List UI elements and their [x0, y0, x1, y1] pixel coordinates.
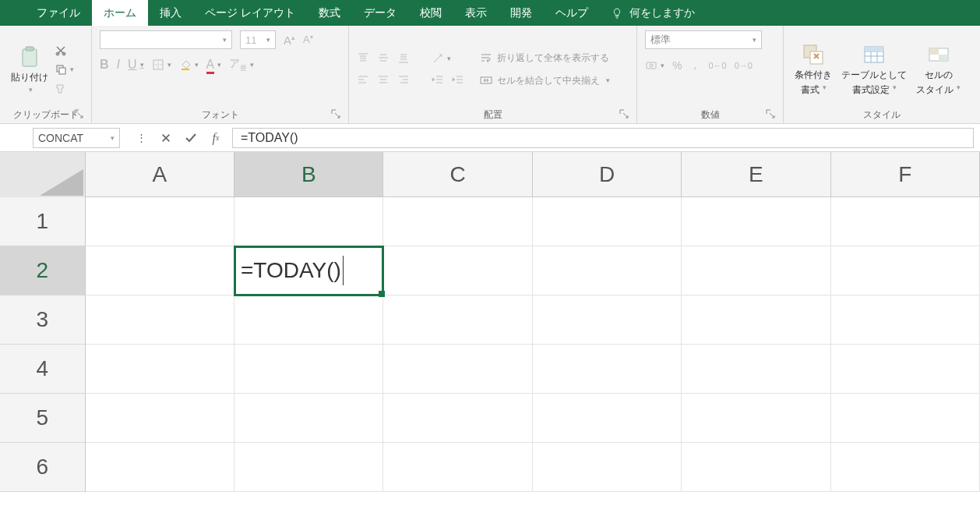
row-header-5[interactable]: 5 — [0, 394, 86, 443]
cell-A1[interactable] — [86, 197, 234, 246]
cell-C2[interactable] — [383, 246, 532, 295]
cell-A5[interactable] — [86, 394, 234, 443]
dialog-launcher-icon[interactable] — [74, 109, 83, 119]
merge-center-button[interactable]: セルを結合して中央揃え ▾ — [480, 74, 610, 87]
cell-F6[interactable] — [831, 443, 980, 492]
cell-A2[interactable] — [86, 246, 234, 295]
col-header-B[interactable]: B — [234, 152, 383, 196]
cell-A3[interactable] — [86, 295, 234, 345]
cell-D5[interactable] — [533, 394, 682, 443]
phonetic-button[interactable]: ア亜▾ — [229, 57, 254, 73]
cell-C5[interactable] — [383, 394, 532, 443]
cell-B2[interactable]: =TODAY() — [234, 246, 383, 295]
align-top-icon[interactable] — [357, 52, 369, 65]
cell-F3[interactable] — [831, 295, 980, 345]
accounting-button[interactable]: ▾ — [645, 59, 664, 72]
conditional-format-button[interactable]: 条件付き 書式▾ — [791, 34, 835, 104]
number-format-combobox[interactable]: 標準▾ — [645, 30, 762, 49]
cell-B5[interactable] — [234, 394, 383, 443]
underline-button[interactable]: U▾ — [128, 58, 144, 72]
tab-data[interactable]: データ — [352, 0, 408, 26]
cell-C6[interactable] — [383, 443, 532, 492]
cell-E6[interactable] — [682, 443, 830, 492]
cell-B6[interactable] — [234, 443, 383, 492]
insert-function-button[interactable]: fx — [209, 131, 223, 145]
bold-button[interactable]: B — [100, 58, 109, 72]
cell-D2[interactable] — [533, 246, 682, 295]
tab-dev[interactable]: 開発 — [499, 0, 544, 26]
cell-F4[interactable] — [831, 345, 980, 394]
col-header-C[interactable]: C — [383, 152, 532, 196]
row-header-2[interactable]: 2 — [0, 246, 86, 295]
cell-E4[interactable] — [682, 345, 830, 394]
cell-B3[interactable] — [234, 295, 383, 345]
increase-decimal-button[interactable]: 0←0 — [708, 61, 726, 70]
grow-font-button[interactable]: A▴ — [284, 34, 295, 47]
tab-help[interactable]: ヘルプ — [544, 0, 600, 26]
row-header-4[interactable]: 4 — [0, 345, 86, 394]
row-header-3[interactable]: 3 — [0, 295, 86, 345]
tell-me-search[interactable]: 何をしますか — [600, 0, 706, 26]
row-header-6[interactable]: 6 — [0, 443, 86, 492]
col-header-F[interactable]: F — [831, 152, 980, 196]
cell-F2[interactable] — [831, 246, 980, 295]
increase-indent-icon[interactable] — [452, 74, 464, 87]
align-bottom-icon[interactable] — [397, 52, 410, 65]
format-painter-icon[interactable] — [55, 82, 67, 94]
decrease-decimal-button[interactable]: 0→0 — [735, 61, 753, 70]
cell-E2[interactable] — [682, 246, 830, 295]
fill-color-button[interactable]: ▾ — [179, 58, 199, 71]
cell-F5[interactable] — [831, 394, 980, 443]
border-button[interactable]: ▾ — [152, 58, 171, 71]
wrap-text-button[interactable]: 折り返して全体を表示する — [480, 51, 610, 65]
tab-home[interactable]: ホーム — [92, 0, 148, 26]
tab-review[interactable]: 校閲 — [408, 0, 453, 26]
align-middle-icon[interactable] — [377, 52, 390, 65]
confirm-formula-button[interactable] — [184, 131, 198, 145]
name-box[interactable]: CONCAT ▾ — [33, 128, 120, 148]
cell-E3[interactable] — [682, 295, 830, 345]
cut-icon[interactable] — [55, 44, 67, 57]
format-as-table-button[interactable]: テーブルとして 書式設定▾ — [838, 34, 910, 104]
select-all-corner[interactable] — [0, 152, 86, 197]
cell-D1[interactable] — [533, 197, 682, 246]
dialog-launcher-icon[interactable] — [619, 109, 629, 119]
font-color-button[interactable]: A▾ — [206, 58, 222, 72]
orientation-button[interactable]: ▾ — [432, 52, 451, 65]
row-header-1[interactable]: 1 — [0, 197, 86, 246]
cancel-formula-button[interactable] — [159, 131, 173, 145]
align-right-icon[interactable] — [397, 74, 410, 87]
cell-E1[interactable] — [682, 197, 830, 246]
tab-layout[interactable]: ページ レイアウト — [193, 0, 307, 26]
dialog-launcher-icon[interactable] — [766, 109, 775, 119]
cell-B1[interactable] — [234, 197, 383, 246]
cell-C3[interactable] — [383, 295, 532, 345]
copy-button[interactable]: ▾ — [55, 63, 74, 76]
tab-view[interactable]: 表示 — [453, 0, 499, 26]
percent-button[interactable]: % — [672, 59, 682, 72]
decrease-indent-icon[interactable] — [432, 74, 444, 87]
align-center-icon[interactable] — [377, 74, 390, 87]
align-left-icon[interactable] — [357, 74, 369, 87]
comma-button[interactable]: ， — [689, 58, 700, 73]
cell-C4[interactable] — [383, 345, 532, 394]
cell-D4[interactable] — [533, 345, 682, 394]
cell-A4[interactable] — [86, 345, 234, 394]
cell-A6[interactable] — [86, 443, 234, 492]
cell-D3[interactable] — [533, 295, 682, 345]
font-size-combobox[interactable]: 11▾ — [240, 30, 276, 49]
more-options-icon[interactable]: ⋮ — [134, 131, 148, 145]
dialog-launcher-icon[interactable] — [331, 109, 340, 119]
formula-input[interactable]: =TODAY() — [232, 128, 974, 148]
col-header-A[interactable]: A — [86, 152, 234, 196]
tab-formulas[interactable]: 数式 — [307, 0, 352, 26]
paste-button[interactable]: 貼り付け ▾ — [8, 34, 51, 104]
italic-button[interactable]: I — [117, 58, 120, 72]
shrink-font-button[interactable]: A▾ — [303, 34, 313, 45]
col-header-D[interactable]: D — [533, 152, 682, 196]
cell-C1[interactable] — [383, 197, 532, 246]
cell-D6[interactable] — [533, 443, 682, 492]
tab-file[interactable]: ファイル — [25, 0, 92, 26]
font-name-combobox[interactable]: ▾ — [100, 30, 232, 49]
cell-E5[interactable] — [682, 394, 830, 443]
